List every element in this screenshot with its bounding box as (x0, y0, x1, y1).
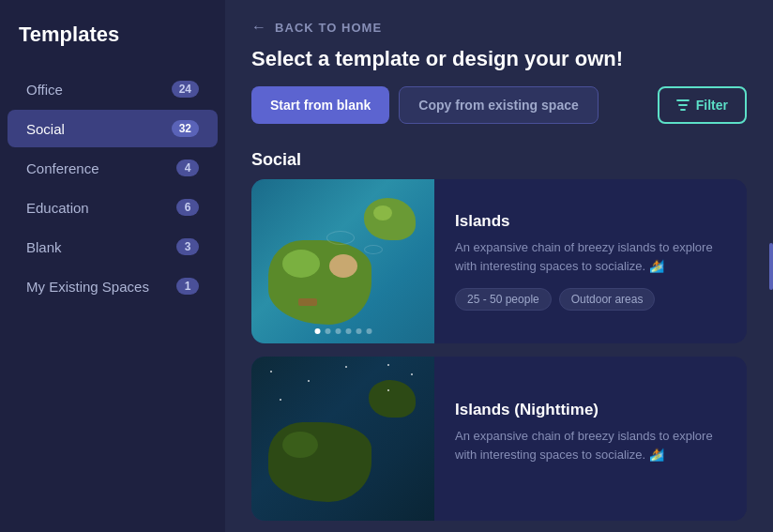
start-blank-button[interactable]: Start from blank (251, 86, 389, 124)
dot-3 (335, 328, 341, 334)
sidebar-item-blank[interactable]: Blank 3 (8, 228, 218, 266)
template-card-islands[interactable]: Islands An expansive chain of breezy isl… (251, 179, 747, 343)
main-content: ← BACK TO HOME Select a template or desi… (225, 0, 773, 532)
sidebar: Templates Office 24 Social 32 Conference… (0, 0, 225, 532)
dot-6 (366, 328, 371, 334)
tag-outdoor-islands: Outdoor areas (559, 288, 656, 311)
sidebar-item-education-count: 6 (176, 199, 199, 216)
card-content-islands-night: Islands (Nighttime) An expansive chain o… (434, 357, 747, 521)
section-heading: Social (225, 143, 773, 179)
sidebar-item-conference-count: 4 (176, 160, 199, 176)
filter-icon (676, 99, 690, 112)
sidebar-item-social-count: 32 (172, 120, 199, 137)
cards-area: Islands An expansive chain of breezy isl… (225, 179, 773, 532)
card-desc-islands-night: An expansive chain of breezy islands to … (455, 427, 726, 464)
card-title-islands-night: Islands (Nighttime) (455, 401, 726, 419)
dot-2 (325, 328, 330, 334)
sidebar-title: Templates (0, 23, 225, 69)
card-title-islands: Islands (455, 212, 726, 231)
sidebar-item-social[interactable]: Social 32 (8, 110, 218, 147)
back-link-label: BACK TO HOME (275, 21, 382, 35)
filter-button[interactable]: Filter (658, 86, 747, 124)
card-content-islands: Islands An expansive chain of breezy isl… (434, 179, 747, 343)
card-image-islands (251, 179, 434, 343)
card-desc-islands: An expansive chain of breezy islands to … (455, 238, 726, 275)
main-header: ← BACK TO HOME Select a template or desi… (225, 0, 773, 143)
template-card-islands-night[interactable]: Islands (Nighttime) An expansive chain o… (251, 357, 747, 521)
sidebar-item-my-existing[interactable]: My Existing Spaces 1 (8, 267, 218, 305)
back-arrow-icon: ← (251, 19, 267, 36)
dot-5 (356, 328, 361, 334)
card-tags-islands: 25 - 50 people Outdoor areas (455, 288, 726, 311)
tag-people-islands: 25 - 50 people (455, 288, 552, 311)
sidebar-item-conference-label: Conference (26, 160, 99, 176)
sidebar-item-conference[interactable]: Conference 4 (8, 149, 218, 187)
back-link[interactable]: ← BACK TO HOME (251, 19, 747, 36)
sidebar-item-education[interactable]: Education 6 (8, 189, 218, 226)
sidebar-item-education-label: Education (26, 200, 89, 216)
sidebar-item-social-label: Social (26, 121, 65, 137)
action-bar: Start from blank Copy from existing spac… (251, 86, 747, 124)
filter-label: Filter (696, 98, 728, 113)
sidebar-item-my-existing-count: 1 (176, 278, 199, 295)
dot-4 (345, 328, 351, 334)
sidebar-item-my-existing-label: My Existing Spaces (26, 279, 149, 295)
sidebar-item-blank-count: 3 (176, 238, 199, 255)
sidebar-item-office[interactable]: Office 24 (8, 70, 218, 108)
sidebar-item-blank-label: Blank (26, 239, 62, 255)
copy-existing-button[interactable]: Copy from existing space (399, 86, 598, 124)
dot-1 (314, 328, 320, 334)
card-image-islands-night (251, 357, 434, 521)
sidebar-item-office-count: 24 (172, 81, 199, 98)
scroll-indicator (769, 243, 773, 290)
card-dots-islands (314, 328, 371, 334)
page-title: Select a template or design your own! (251, 47, 747, 71)
sidebar-item-office-label: Office (26, 82, 63, 98)
